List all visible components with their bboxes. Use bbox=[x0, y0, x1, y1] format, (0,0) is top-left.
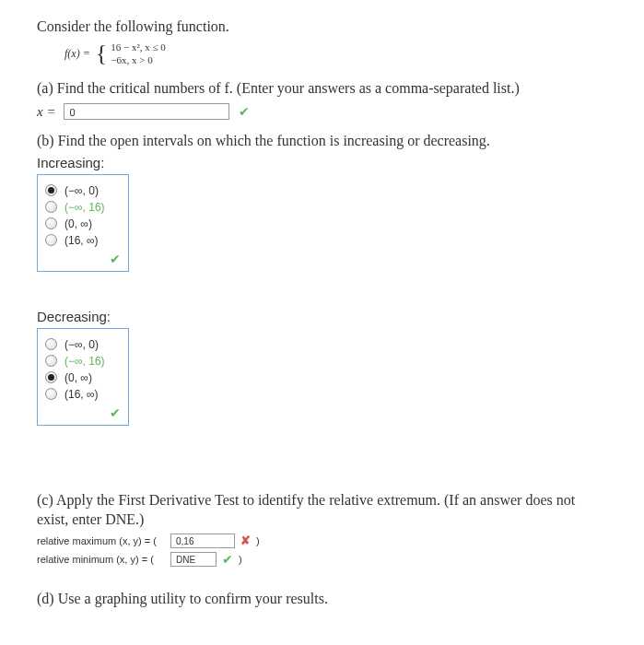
check-icon: ✔ bbox=[239, 104, 250, 120]
decreasing-radio-group: (−∞, 0) (−∞, 16) (0, ∞) (16, ∞) ✔ bbox=[37, 328, 129, 426]
part-d-text: (d) Use a graphing utility to confirm yo… bbox=[37, 589, 607, 609]
increasing-option-2[interactable]: (0, ∞) bbox=[45, 217, 121, 230]
part-a-input[interactable]: 0 bbox=[64, 103, 229, 120]
decreasing-option-0[interactable]: (−∞, 0) bbox=[45, 338, 121, 351]
option-label: (−∞, 16) bbox=[64, 355, 105, 368]
option-label: (16, ∞) bbox=[64, 234, 99, 247]
intro-text: Consider the following function. bbox=[37, 18, 607, 35]
radio-icon bbox=[45, 217, 57, 229]
rel-min-label: relative minimum (x, y) = ( bbox=[37, 554, 170, 565]
option-label: (16, ∞) bbox=[64, 388, 99, 401]
option-label: (−∞, 16) bbox=[64, 201, 105, 214]
check-icon: ✔ bbox=[110, 252, 121, 267]
brace: { bbox=[96, 44, 107, 64]
check-icon: ✔ bbox=[110, 405, 121, 421]
piece-1: 16 − x², x ≤ 0 bbox=[111, 41, 166, 53]
increasing-option-1[interactable]: (−∞, 16) bbox=[45, 201, 121, 214]
decreasing-heading: Decreasing: bbox=[37, 309, 607, 324]
piece-2: −6x, x > 0 bbox=[111, 53, 166, 66]
function-definition: f(x) = { 16 − x², x ≤ 0 −6x, x > 0 bbox=[64, 41, 607, 67]
part-c-text: (c) Apply the First Derivative Test to i… bbox=[37, 490, 607, 530]
radio-icon bbox=[45, 234, 57, 246]
radio-icon bbox=[45, 355, 57, 367]
radio-icon bbox=[45, 371, 57, 383]
radio-icon bbox=[45, 388, 57, 400]
close-paren: ) bbox=[256, 535, 260, 546]
part-a-text: (a) Find the critical numbers of f. (Ent… bbox=[37, 78, 607, 99]
fx-label: f(x) = bbox=[64, 47, 90, 61]
radio-icon bbox=[45, 338, 57, 350]
rel-max-label: relative maximum (x, y) = ( bbox=[37, 535, 170, 546]
decreasing-option-3[interactable]: (16, ∞) bbox=[45, 388, 121, 401]
increasing-option-0[interactable]: (−∞, 0) bbox=[45, 184, 121, 197]
part-a-label: x = bbox=[37, 104, 56, 120]
radio-icon bbox=[45, 184, 57, 196]
close-paren: ) bbox=[239, 554, 242, 565]
option-label: (0, ∞) bbox=[64, 371, 92, 384]
check-icon: ✔ bbox=[222, 552, 233, 567]
increasing-radio-group: (−∞, 0) (−∞, 16) (0, ∞) (16, ∞) ✔ bbox=[37, 174, 129, 272]
option-label: (−∞, 0) bbox=[64, 338, 99, 351]
x-icon: ✘ bbox=[240, 534, 251, 547]
rel-min-input[interactable]: DNE bbox=[170, 552, 217, 567]
increasing-option-3[interactable]: (16, ∞) bbox=[45, 234, 121, 247]
decreasing-option-1[interactable]: (−∞, 16) bbox=[45, 355, 121, 368]
part-b-text: (b) Find the open intervals on which the… bbox=[37, 131, 607, 151]
increasing-heading: Increasing: bbox=[37, 155, 607, 170]
decreasing-option-2[interactable]: (0, ∞) bbox=[45, 371, 121, 384]
option-label: (−∞, 0) bbox=[64, 184, 99, 197]
rel-max-input[interactable]: 0,16 bbox=[170, 534, 235, 548]
option-label: (0, ∞) bbox=[64, 217, 92, 230]
radio-icon bbox=[45, 201, 57, 213]
